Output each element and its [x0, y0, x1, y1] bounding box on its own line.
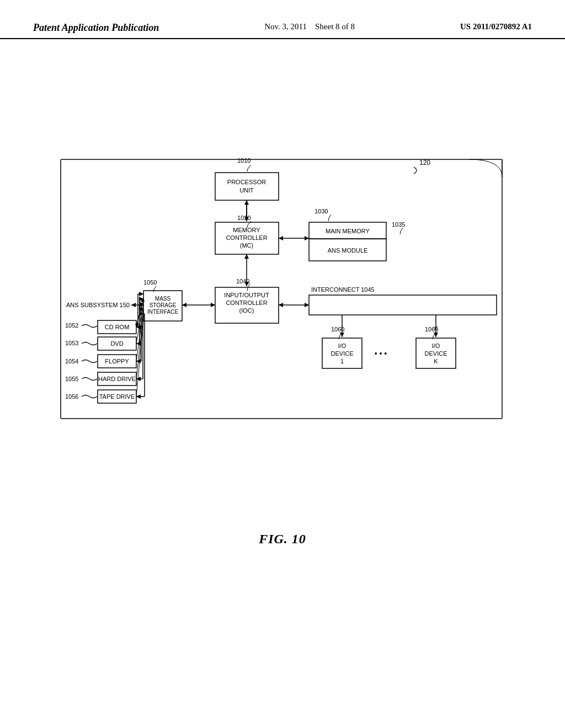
- dvd-text: DVD: [110, 340, 123, 347]
- arrow-right-interconnect: [305, 303, 309, 307]
- hard-drive-text: HARD DRIVE: [98, 376, 136, 382]
- svg-marker-2: [139, 292, 143, 296]
- arrow-left-mass: [182, 303, 186, 307]
- ref-1050-label: 1050: [143, 279, 157, 286]
- ref-1030-label: 1030: [315, 208, 328, 215]
- ans-subsystem-text: ANS SUBSYSTEM 150: [66, 302, 130, 308]
- io-device-k-text2: DEVICE: [425, 350, 447, 357]
- ref-1052-label: 1052: [65, 322, 78, 329]
- ref-1055-label: 1055: [65, 376, 78, 382]
- ref-1054-label: 1054: [65, 358, 78, 365]
- page-header: Patent Application Publication Nov. 3, 2…: [0, 0, 565, 39]
- cdrom-text: CD ROM: [105, 324, 130, 330]
- wave-1055: [82, 378, 97, 381]
- wave-1053: [82, 342, 97, 345]
- mc-text2: CONTROLLER: [226, 234, 267, 241]
- io-device-1-text2: DEVICE: [331, 350, 354, 357]
- arrow-up-2: [244, 254, 249, 259]
- ref-1060-1-sub: 1: [340, 325, 343, 331]
- ref-120-label: 120: [419, 159, 430, 167]
- fig10-diagram: 120 1010 PROCESSOR UNIT 1020 MEMORY CONT…: [50, 149, 513, 536]
- io-device-k-text1: I/O: [432, 342, 440, 349]
- arrow-up-1: [244, 200, 249, 205]
- ref-1056-label: 1056: [65, 393, 78, 400]
- processor-unit-box: [215, 173, 279, 200]
- ref-1040-label: 1040: [236, 278, 249, 285]
- ref-1035-label: 1035: [392, 221, 405, 228]
- io-device-1-text3: 1: [340, 358, 344, 365]
- processor-unit-text2: UNIT: [239, 187, 254, 194]
- ref-1053-label: 1053: [65, 340, 78, 346]
- ioc-text3: (IOC): [239, 307, 254, 314]
- wave-1054: [82, 360, 97, 363]
- svg-marker-23: [136, 394, 141, 399]
- diagram-area: 120 1010 PROCESSOR UNIT 1020 MEMORY CONT…: [0, 39, 565, 701]
- io-device-k-text3: K: [434, 358, 438, 365]
- ioc-text1: INPUT/OUTPUT: [224, 292, 269, 298]
- mass-text2: STORAGE: [150, 302, 177, 308]
- arrow-left-interconnect: [279, 303, 283, 307]
- arrow-right-mm: [305, 236, 309, 240]
- arrow-left-mm: [279, 236, 283, 240]
- wave-1056: [82, 395, 97, 398]
- ref-1020-label: 1020: [237, 215, 250, 221]
- mc-text3: (MC): [240, 242, 253, 249]
- interconnect-box: [309, 295, 497, 315]
- arrow-left-ans: [131, 303, 136, 307]
- mass-text3: INTERFACE: [147, 309, 178, 315]
- svg-marker-18: [136, 377, 141, 381]
- floppy-text: FLOPPY: [105, 358, 129, 365]
- arrow-right-mass-back: [211, 303, 215, 307]
- main-memory-text: MAIN MEMORY: [326, 228, 370, 234]
- ref-1010-label: 1010: [237, 157, 250, 164]
- patent-number: US 2011/0270892 A1: [460, 22, 532, 31]
- sheet-info: Sheet 8 of 8: [315, 22, 355, 31]
- ref-1060-k-sub: K: [434, 325, 438, 331]
- ioc-text2: CONTROLLER: [226, 299, 267, 306]
- mc-text1: MEMORY: [233, 227, 260, 233]
- dots-label: • • •: [375, 349, 387, 358]
- header-center: Nov. 3, 2011 Sheet 8 of 8: [264, 22, 355, 31]
- mass-text1: MASS: [155, 296, 171, 302]
- tape-drive-text: TAPE DRIVE: [99, 393, 135, 400]
- publication-title: Patent Application Publication: [33, 22, 159, 34]
- ans-module-text: ANS MODULE: [328, 247, 368, 254]
- wave-1052: [82, 325, 97, 328]
- io-device-1-text1: I/O: [338, 342, 347, 349]
- publication-date: Nov. 3, 2011: [264, 22, 307, 31]
- figure-label: FIG. 10: [259, 532, 306, 547]
- processor-unit-text1: PROCESSOR: [227, 179, 266, 185]
- interconnect-label: INTERCONNECT 1045: [311, 286, 375, 293]
